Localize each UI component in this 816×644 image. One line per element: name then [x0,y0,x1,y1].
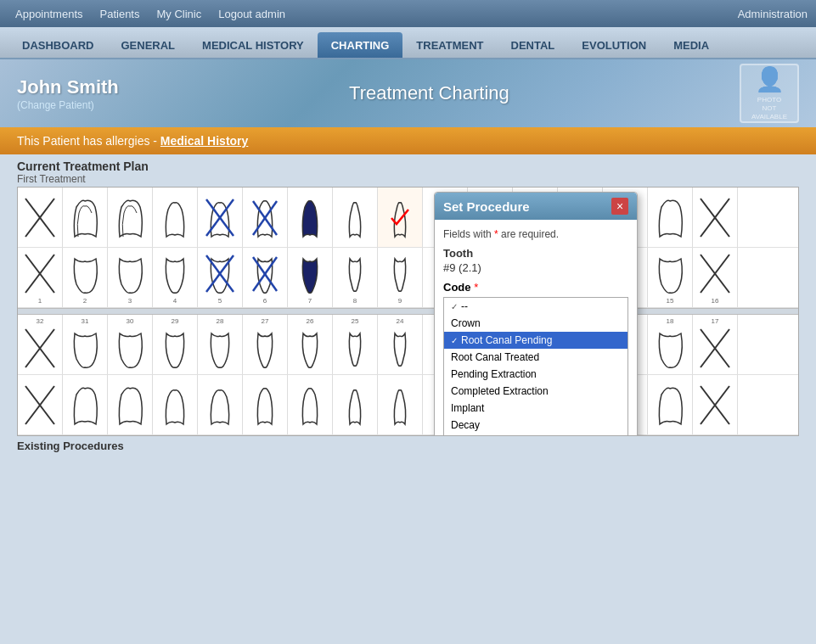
tooth-25[interactable]: 25 [333,315,378,374]
option-pe[interactable]: Pending Extraction [444,366,627,383]
admin-label: Administration [738,8,808,20]
tooth-16-crown[interactable]: 16 [693,248,738,307]
tooth-1[interactable] [18,188,63,247]
star-icon: * [494,228,498,240]
allergy-banner: This Patient has allergies - Medical His… [0,127,816,154]
option-blank[interactable]: -- [444,298,627,315]
tab-media[interactable]: MEDIA [660,32,723,58]
option-crown[interactable]: Crown [444,315,627,332]
nav-appointments[interactable]: Appointments [8,4,90,24]
popup-close-button[interactable]: × [611,198,628,215]
arch-divider [18,308,798,315]
tooth-28[interactable]: 28 [198,315,243,374]
tooth-16[interactable] [693,188,738,247]
tooth-7-crown[interactable]: 7 [288,248,333,307]
tab-dental[interactable]: DENTAL [498,32,569,58]
option-rct[interactable]: Root Canal Treated [444,349,627,366]
header-section: John Smith (Change Patient) Treatment Ch… [0,59,816,127]
tooth-2-crown[interactable]: 2 [63,248,108,307]
tooth-18[interactable]: 18 [648,315,693,374]
page-title: Treatment Charting [119,82,740,104]
tooth-1-crown[interactable]: 1 [18,248,63,307]
tooth-3-crown[interactable]: 3 [108,248,153,307]
option-missing[interactable]: Missing [444,434,627,436]
tooth-31[interactable]: 31 [63,315,108,374]
code-required-star: * [474,281,478,294]
top-nav: Appointments Patients My Clinic Logout a… [0,0,816,27]
nav-my-clinic[interactable]: My Clinic [149,4,208,24]
lower-row-2 [18,375,798,435]
popup-title: Set Procedure [443,199,530,214]
nav-logout[interactable]: Logout admin [211,4,292,24]
tooth-15-crown[interactable]: 15 [648,248,693,307]
option-implant[interactable]: Implant [444,400,627,417]
tab-dashboard[interactable]: DASHBOARD [8,32,108,58]
tooth-3[interactable] [108,188,153,247]
existing-procedures-label: Existing Procedures [0,436,816,456]
tooth-25-root[interactable] [333,375,378,434]
dropdown-list[interactable]: -- Crown Root Canal Pending Root Canal T… [443,297,628,436]
option-decay[interactable]: Decay [444,417,627,434]
tooth-26-root[interactable] [288,375,333,434]
code-field-label: Code * [443,281,628,294]
tooth-28-root[interactable] [198,375,243,434]
tooth-17[interactable]: 17 [693,315,738,374]
tab-treatment[interactable]: TREATMENT [402,32,497,58]
tab-evolution[interactable]: EVOLUTION [568,32,660,58]
allergy-link[interactable]: Medical History [160,134,248,148]
photo-text: PHOTONOTAVAILABLE [751,96,787,122]
tooth-6-crown[interactable]: 6 [243,248,288,307]
tooth-30[interactable]: 30 [108,315,153,374]
tooth-32-root[interactable] [18,375,63,434]
tooth-24[interactable]: 24 [378,315,423,374]
tooth-24-root[interactable] [378,375,423,434]
tooth-5-crown[interactable]: 5 [198,248,243,307]
tooth-18-root[interactable] [648,375,693,434]
tooth-7[interactable] [288,188,333,247]
tooth-4[interactable] [153,188,198,247]
tooth-2[interactable] [63,188,108,247]
tab-charting[interactable]: CHARTING [318,32,403,58]
tooth-8-crown[interactable]: 8 [333,248,378,307]
photo-icon: 👤 [755,64,785,95]
tooth-4-crown[interactable]: 4 [153,248,198,307]
treatment-plan-subheading: First Treatment [17,173,799,185]
treatment-header: Current Treatment Plan First Treatment [0,154,816,187]
tooth-32[interactable]: 32 [18,315,63,374]
code-dropdown[interactable]: -- Crown Root Canal Pending Root Canal T… [443,297,628,436]
tooth-26[interactable]: 26 [288,315,333,374]
tooth-29[interactable]: 29 [153,315,198,374]
tooth-29-root[interactable] [153,375,198,434]
tooth-17-root[interactable] [693,375,738,434]
patient-name: John Smith [17,76,119,98]
dental-chart: 1 2 3 4 5 [17,187,799,436]
tooth-27-root[interactable] [243,375,288,434]
tooth-8[interactable] [333,188,378,247]
tooth-30-root[interactable] [108,375,153,434]
main-nav: DASHBOARD GENERAL MEDICAL HISTORY CHARTI… [0,27,816,59]
upper-row-2: 1 2 3 4 5 [18,248,798,308]
upper-row-1 [18,188,798,248]
tooth-15[interactable] [648,188,693,247]
top-nav-links: Appointments Patients My Clinic Logout a… [8,4,292,24]
nav-patients[interactable]: Patients [93,4,147,24]
tooth-label: Tooth [443,247,628,260]
code-label: Code [443,281,471,294]
set-procedure-popup: Set Procedure × Fields with * are requir… [434,192,638,436]
treatment-plan-heading: Current Treatment Plan [17,160,799,173]
tooth-31-root[interactable] [63,375,108,434]
patient-info: John Smith (Change Patient) [17,76,119,111]
tooth-9[interactable] [378,188,423,247]
tooth-6[interactable] [243,188,288,247]
option-ce[interactable]: Completed Extraction [444,383,627,400]
tab-medical-history[interactable]: MEDICAL HISTORY [189,32,318,58]
tab-general[interactable]: GENERAL [108,32,189,58]
tooth-5[interactable] [198,188,243,247]
required-note: Fields with * are required. [443,228,628,240]
photo-placeholder: 👤 PHOTONOTAVAILABLE [740,64,799,123]
popup-body: Fields with * are required. Tooth #9 (2.… [435,220,637,436]
change-patient-link[interactable]: (Change Patient) [17,99,94,111]
tooth-9-crown[interactable]: 9 [378,248,423,307]
option-rcp[interactable]: Root Canal Pending [444,332,627,349]
tooth-27[interactable]: 27 [243,315,288,374]
